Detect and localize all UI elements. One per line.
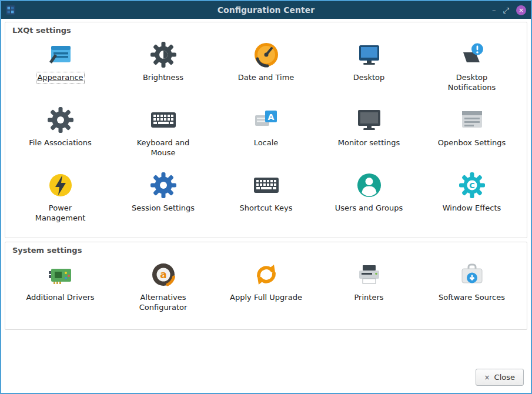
openbox-icon: [458, 106, 486, 134]
group-system-settings: System settings: [5, 242, 527, 330]
settings-item-label: Users and Groups: [335, 203, 403, 213]
settings-item-label: Additional Drivers: [26, 293, 94, 303]
software-sources-icon: [458, 261, 486, 289]
gear-icon: [46, 106, 75, 134]
settings-item-brightness[interactable]: Brightness: [112, 36, 215, 101]
appearance-icon: [46, 41, 75, 69]
settings-item-appearance[interactable]: Appearance: [9, 36, 112, 101]
settings-item-label: Desktop Notifications: [435, 73, 509, 92]
user-icon: [355, 171, 383, 199]
effects-gear-icon: C: [458, 171, 486, 199]
keyboard-icon: [149, 106, 178, 134]
desktop-icon: [355, 41, 383, 69]
settings-item-alternatives-configurator[interactable]: a Alternatives Configurator: [112, 256, 215, 317]
close-button-label: Close: [494, 373, 515, 382]
group-lxqt-settings: LXQt settings Appearance: [5, 22, 527, 238]
settings-item-desktop[interactable]: Desktop: [317, 36, 420, 101]
window-icon: [6, 5, 15, 15]
keyboard-icon: [252, 171, 280, 199]
group-title-system: System settings: [9, 245, 523, 256]
settings-item-monitor-settings[interactable]: Monitor settings: [317, 101, 420, 166]
settings-item-window-effects[interactable]: C Window Effects: [420, 166, 523, 232]
settings-item-label: Monitor settings: [338, 138, 400, 148]
gear-icon: [149, 171, 178, 199]
settings-item-label: Apply Full Upgrade: [230, 293, 302, 303]
notification-icon: [458, 41, 486, 69]
settings-item-additional-drivers[interactable]: Additional Drivers: [9, 256, 112, 317]
window-content: LXQt settings Appearance: [1, 19, 531, 393]
brightness-icon: [149, 41, 178, 69]
maximize-button[interactable]: ⤢: [503, 6, 509, 14]
settings-item-software-sources[interactable]: Software Sources: [420, 256, 523, 317]
system-settings-grid: Additional Drivers a Alternatives Config…: [9, 256, 523, 317]
settings-item-label: Appearance: [37, 73, 83, 83]
settings-item-printers[interactable]: Printers: [317, 256, 420, 317]
svg-text:a: a: [160, 269, 166, 281]
titlebar: Configuration Center – ⤢ ×: [1, 1, 531, 19]
group-title-lxqt: LXQt settings: [9, 25, 523, 36]
settings-item-power-management[interactable]: Power Management: [9, 166, 112, 232]
settings-item-locale[interactable]: A Locale: [215, 101, 317, 166]
close-x-icon: ×: [484, 373, 490, 382]
lxqt-settings-grid: Appearance Brightness: [9, 36, 523, 232]
settings-item-label: Locale: [254, 138, 279, 148]
close-button[interactable]: × Close: [476, 369, 524, 386]
settings-item-label: Desktop: [353, 73, 385, 83]
window-title: Configuration Center: [1, 5, 531, 15]
settings-item-desktop-notifications[interactable]: Desktop Notifications: [420, 36, 523, 101]
settings-item-file-associations[interactable]: File Associations: [9, 101, 112, 166]
settings-item-openbox-settings[interactable]: Openbox Settings: [420, 101, 523, 166]
power-icon: [46, 171, 75, 199]
settings-item-apply-full-upgrade[interactable]: Apply Full Upgrade: [215, 256, 317, 317]
settings-item-label: Keyboard and Mouse: [126, 138, 200, 158]
svg-text:A: A: [267, 112, 274, 122]
settings-item-shortcut-keys[interactable]: Shortcut Keys: [215, 166, 317, 232]
configuration-center-window: Configuration Center – ⤢ × LXQt settings: [0, 0, 532, 394]
footer: × Close: [5, 330, 527, 387]
settings-item-label: Alternatives Configurator: [126, 293, 200, 312]
settings-item-label: Openbox Settings: [438, 138, 506, 148]
settings-item-label: Printers: [354, 293, 383, 303]
settings-item-label: Date and Time: [238, 73, 295, 83]
locale-icon: A: [252, 106, 280, 134]
settings-item-label: Session Settings: [132, 203, 195, 213]
settings-item-label: Window Effects: [443, 203, 501, 213]
clock-icon: [252, 41, 280, 69]
settings-item-date-and-time[interactable]: Date and Time: [215, 36, 317, 101]
upgrade-refresh-icon: [252, 261, 280, 289]
settings-item-session-settings[interactable]: Session Settings: [112, 166, 215, 232]
alternatives-icon: a: [149, 261, 178, 289]
printer-icon: [355, 261, 383, 289]
close-window-button[interactable]: ×: [516, 5, 526, 15]
drivers-card-icon: [46, 261, 75, 289]
settings-item-label: Software Sources: [439, 293, 505, 303]
settings-item-keyboard-and-mouse[interactable]: Keyboard and Mouse: [112, 101, 215, 166]
settings-item-label: Brightness: [143, 73, 183, 83]
settings-item-users-and-groups[interactable]: Users and Groups: [317, 166, 420, 232]
svg-text:C: C: [469, 181, 475, 190]
monitor-icon: [355, 106, 383, 134]
settings-item-label: Power Management: [24, 203, 98, 223]
settings-item-label: Shortcut Keys: [240, 203, 293, 213]
settings-item-label: File Associations: [29, 138, 92, 148]
minimize-button[interactable]: –: [492, 6, 496, 14]
